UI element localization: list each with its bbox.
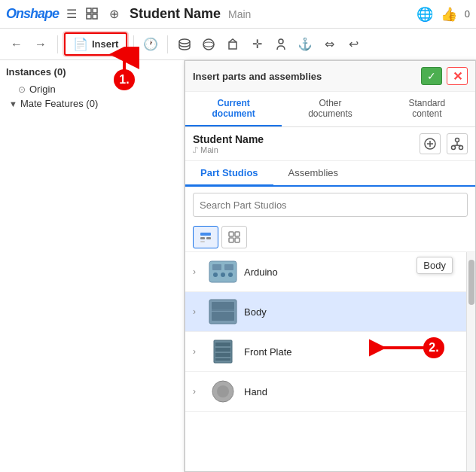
instances-header: Instances (0) xyxy=(6,66,178,78)
svg-rect-23 xyxy=(235,232,240,236)
view-toggle-row xyxy=(185,223,475,252)
svg-point-42 xyxy=(217,385,229,397)
insert-dialog: Insert parts and assemblies ✓ ✕ Currentd… xyxy=(185,60,476,472)
svg-rect-20 xyxy=(206,237,211,239)
onshape-logo: Onshape xyxy=(6,6,59,22)
left-panel: Instances (0) ⊙ Origin ▼ Mate Features (… xyxy=(0,60,185,472)
tab-standard-content[interactable]: Standardcontent xyxy=(379,92,475,126)
tab-standard-content-label: Standardcontent xyxy=(408,98,445,119)
globe-icon[interactable]: 🌐 xyxy=(416,6,433,23)
svg-rect-22 xyxy=(229,232,233,236)
list-item[interactable]: › Front Plate xyxy=(185,332,475,372)
branch-select-button[interactable] xyxy=(447,133,468,154)
hand-name: Hand xyxy=(244,386,468,397)
dialog-close-button[interactable]: ✕ xyxy=(447,67,468,85)
search-container xyxy=(193,193,468,217)
content-type-tabs: Part Studios Assemblies xyxy=(185,161,475,187)
svg-rect-37 xyxy=(215,343,230,346)
svg-rect-27 xyxy=(212,264,221,270)
anchor-icon[interactable]: ⚓ xyxy=(294,34,316,55)
document-action-icons xyxy=(420,133,468,154)
svg-rect-33 xyxy=(212,302,234,309)
thumbs-up-icon[interactable]: 👍 xyxy=(441,6,457,23)
scrollbar-thumb[interactable] xyxy=(468,260,474,305)
chevron-right-icon: › xyxy=(193,346,202,357)
svg-rect-2 xyxy=(87,14,91,19)
plus-icon[interactable]: ⊕ xyxy=(105,6,122,23)
db-icon[interactable] xyxy=(174,34,195,55)
document-title: Student Name xyxy=(130,6,221,22)
insert-label: Insert xyxy=(92,38,118,50)
sphere-icon[interactable] xyxy=(198,34,219,55)
mate-features-label: Mate Features (0) xyxy=(20,98,98,109)
document-branch: ⑀ Main xyxy=(193,145,264,154)
svg-rect-19 xyxy=(200,237,205,239)
svg-rect-1 xyxy=(93,8,97,13)
like-count: 0 xyxy=(465,8,470,20)
dialog-action-buttons: ✓ ✕ xyxy=(421,67,468,85)
tab-other-documents-label: Otherdocuments xyxy=(308,98,352,119)
checkmark-icon: ✓ xyxy=(427,70,436,82)
search-input[interactable] xyxy=(193,193,468,217)
insert-doc-icon: 📄 xyxy=(73,37,88,51)
svg-point-29 xyxy=(213,273,218,277)
dialog-source-tabs: Currentdocument Otherdocuments Standardc… xyxy=(185,92,475,127)
scrollbar[interactable] xyxy=(466,252,475,471)
add-instance-button[interactable] xyxy=(420,133,441,154)
origin-label: Origin xyxy=(29,84,56,95)
tab-assemblies[interactable]: Assemblies xyxy=(273,161,353,187)
svg-point-30 xyxy=(221,273,225,277)
origin-item[interactable]: ⊙ Origin xyxy=(6,82,178,96)
tab-other-documents[interactable]: Otherdocuments xyxy=(282,92,378,126)
header-right-actions: 🌐 👍 0 xyxy=(416,6,470,23)
app-header: Onshape ☰ ⊕ Student Name Main 🌐 👍 0 xyxy=(0,0,476,29)
chevron-right-icon: › xyxy=(193,386,202,397)
forward-button[interactable]: → xyxy=(30,34,51,55)
svg-rect-24 xyxy=(229,238,233,242)
insert-panel: Insert parts and assemblies ✓ ✕ Currentd… xyxy=(185,60,476,472)
dialog-ok-button[interactable]: ✓ xyxy=(421,67,442,85)
svg-point-8 xyxy=(279,39,283,44)
person-icon[interactable] xyxy=(270,34,291,55)
expand-icon[interactable]: ⇔ xyxy=(319,34,340,55)
toolbar-divider-2 xyxy=(133,35,134,53)
chevron-right-icon: › xyxy=(193,306,202,317)
hand-icon xyxy=(208,378,238,405)
grid-icon[interactable] xyxy=(84,6,101,23)
svg-rect-40 xyxy=(215,358,230,361)
svg-rect-39 xyxy=(215,353,230,357)
list-view-button[interactable] xyxy=(193,226,218,248)
svg-point-14 xyxy=(459,146,463,150)
svg-rect-28 xyxy=(224,264,233,270)
arduino-tooltip: Body xyxy=(416,257,453,274)
back-button[interactable]: ← xyxy=(6,34,27,55)
toolbar-divider-3 xyxy=(167,35,168,53)
list-item[interactable]: › Body xyxy=(185,292,475,332)
svg-point-5 xyxy=(203,39,214,50)
clock-icon[interactable]: 🕐 xyxy=(140,34,161,55)
document-name-block: Student Name ⑀ Main xyxy=(193,133,264,154)
move-icon[interactable]: ✛ xyxy=(246,34,267,55)
insert-button[interactable]: 📄 Insert xyxy=(64,32,127,56)
svg-line-17 xyxy=(457,145,461,146)
svg-rect-7 xyxy=(229,42,236,49)
tab-part-studios[interactable]: Part Studios xyxy=(185,161,273,187)
document-name: Student Name xyxy=(193,133,264,145)
list-item[interactable]: › Hand xyxy=(185,372,475,412)
body-name: Body xyxy=(244,306,468,318)
hamburger-menu-icon[interactable]: ☰ xyxy=(63,6,80,23)
mate-features-item[interactable]: ▼ Mate Features (0) xyxy=(6,96,178,111)
chevron-right-icon: ▼ xyxy=(9,99,17,108)
list-item[interactable]: › Arduino Body xyxy=(185,252,475,292)
tab-current-document-label: Currentdocument xyxy=(212,98,255,119)
back-arrow-icon[interactable]: ↩ xyxy=(343,34,364,55)
chevron-right-icon: › xyxy=(193,266,202,277)
svg-rect-25 xyxy=(235,238,240,242)
box-icon[interactable] xyxy=(222,34,243,55)
svg-rect-0 xyxy=(87,8,91,13)
grid-view-button[interactable] xyxy=(221,226,247,248)
main-area: Instances (0) ⊙ Origin ▼ Mate Features (… xyxy=(0,60,476,472)
tab-assemblies-label: Assemblies xyxy=(288,167,338,178)
svg-rect-34 xyxy=(212,312,234,321)
tab-current-document[interactable]: Currentdocument xyxy=(185,92,282,126)
